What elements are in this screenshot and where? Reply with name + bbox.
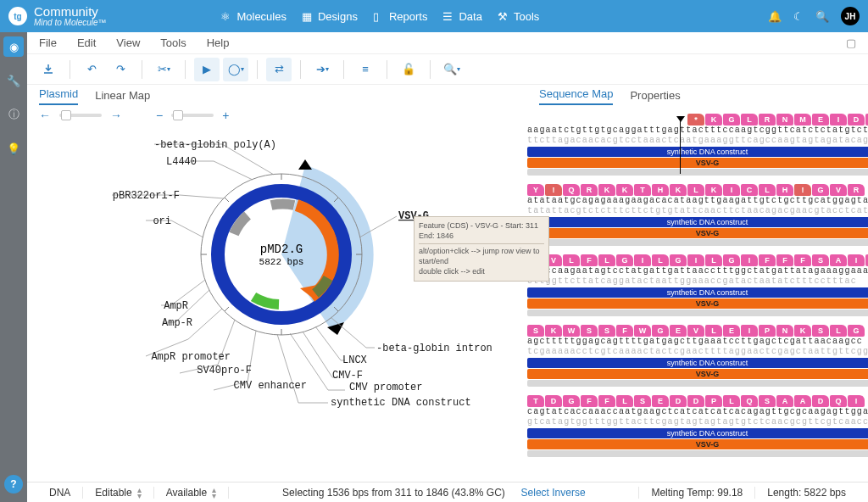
menu-file[interactable]: File bbox=[39, 36, 57, 49]
svg-line-25 bbox=[188, 309, 222, 339]
status-type: DNA bbox=[37, 487, 83, 499]
label-cmv-enh: CMV enhancer bbox=[234, 380, 307, 392]
unlock-button[interactable]: 🔓 bbox=[396, 58, 421, 81]
menu-edit[interactable]: Edit bbox=[77, 36, 96, 49]
rail-bulb-icon[interactable]: 💡 bbox=[3, 138, 24, 159]
svg-line-6 bbox=[225, 307, 229, 311]
sequence-block[interactable]: *KGLRNMEIDTaagaatctgttgtgcaggatttgagttac… bbox=[527, 114, 868, 176]
sequence-block[interactable]: SKWSSFWGEVLEIPNKSLGagctttttggagcagttttga… bbox=[527, 325, 868, 387]
nav-tools[interactable]: ⚒Tools bbox=[498, 10, 539, 23]
sequence-block[interactable]: TDGFFLSEDDPLQSAADQIcagtatcaccaaaccaatgaa… bbox=[527, 395, 868, 457]
menu-help[interactable]: Help bbox=[207, 36, 230, 49]
left-rail: ◉ 🔧 ⓘ 💡 ? bbox=[0, 32, 27, 502]
tab-properties[interactable]: Properties bbox=[630, 89, 680, 105]
moon-icon[interactable]: ☾ bbox=[793, 10, 804, 23]
align-button[interactable]: ≡ bbox=[353, 58, 378, 81]
feature-tooltip: Feature (CDS) - VSV-G - Start: 311 End: … bbox=[414, 216, 549, 282]
tab-sequence-map[interactable]: Sequence Map bbox=[539, 87, 613, 105]
top-bar: tg Community Mind to Molecule™ ⚛Molecule… bbox=[0, 0, 868, 32]
svg-marker-11 bbox=[298, 159, 312, 170]
toolbox-icon: ⚒ bbox=[498, 10, 509, 22]
menu-tools[interactable]: Tools bbox=[160, 36, 186, 49]
swap-button[interactable]: ⇄ bbox=[266, 58, 292, 81]
arrow-button[interactable]: ➔▾ bbox=[309, 58, 335, 81]
brand-subtitle: Mind to Molecule™ bbox=[34, 18, 107, 27]
sequence-block[interactable]: Y!QRKKTHKLKICLH!GVRatataatgcagagaaagaaga… bbox=[527, 184, 868, 246]
rail-wrench-icon[interactable]: 🔧 bbox=[3, 70, 24, 91]
plasmid-pane: Plasmid Linear Map ← → − + bbox=[27, 85, 527, 482]
plasmid-size: 5822 bps bbox=[259, 257, 304, 267]
status-available[interactable]: Available▴▾ bbox=[154, 487, 229, 499]
label-lncx: LNCX bbox=[342, 354, 367, 366]
nav-reports[interactable]: ▯Reports bbox=[373, 10, 428, 23]
label-ampr: AmpR bbox=[164, 300, 188, 312]
panel-toggle-icon[interactable]: ▢ bbox=[846, 36, 856, 49]
tooltip-head: Feature (CDS) - VSV-G - Start: 311 End: … bbox=[419, 221, 544, 244]
tag-button[interactable]: ▶ bbox=[194, 58, 220, 81]
nav-data[interactable]: ☰Data bbox=[442, 10, 481, 23]
rail-help-icon[interactable]: ? bbox=[4, 475, 23, 494]
svg-line-17 bbox=[180, 195, 224, 198]
bell-icon[interactable]: 🔔 bbox=[768, 10, 782, 23]
sequence-pane: Sequence Map Properties *KGLRNMEIDTaagaa… bbox=[527, 85, 868, 482]
brand-title: Community bbox=[34, 5, 107, 18]
nav-molecules[interactable]: ⚛Molecules bbox=[220, 10, 287, 23]
svg-line-35 bbox=[303, 332, 332, 377]
svg-line-15 bbox=[214, 161, 253, 180]
menu-view[interactable]: View bbox=[116, 36, 140, 49]
label-cmv-prom: CMV promoter bbox=[349, 382, 422, 393]
redo-button[interactable]: ↷ bbox=[108, 58, 133, 81]
nav-designs[interactable]: ▦Designs bbox=[302, 10, 358, 23]
rail-info-icon[interactable]: ⓘ bbox=[3, 104, 24, 125]
document-icon: ▯ bbox=[373, 10, 385, 22]
plasmid-title: pMD2.G bbox=[260, 243, 303, 256]
menubar: File Edit View Tools Help ▢ bbox=[27, 32, 868, 54]
rail-globe-icon[interactable]: ◉ bbox=[3, 36, 24, 57]
tooltip-line1: alt/option+click --> jump row view to st… bbox=[419, 247, 544, 266]
label-beta-intron: -beta-globin intron bbox=[376, 343, 492, 354]
editor-content: File Edit View Tools Help ▢ ↶ ↷ ✂▾ ▶ ◯▾ … bbox=[27, 32, 868, 482]
label-ampr-prom: AmpR promoter bbox=[151, 351, 231, 363]
grid-icon: ▦ bbox=[302, 10, 314, 22]
select-inverse-link[interactable]: Select Inverse bbox=[521, 487, 586, 499]
molecule-icon: ⚛ bbox=[220, 10, 232, 22]
download-button[interactable] bbox=[36, 58, 61, 81]
avatar[interactable]: JH bbox=[841, 7, 860, 25]
status-editable[interactable]: Editable▴▾ bbox=[83, 487, 153, 499]
sequence-block[interactable]: LVLFLGILGILGIFFFSAISgaaccaagaatagtcctatg… bbox=[527, 254, 868, 316]
circular-button[interactable]: ◯▾ bbox=[223, 58, 248, 81]
svg-line-19 bbox=[171, 220, 203, 237]
search-icon[interactable]: 🔍 bbox=[815, 10, 829, 23]
label-beta-polya: -beta-globin poly(A) bbox=[154, 139, 276, 151]
label-pbr: pBR322ori-F bbox=[113, 190, 180, 202]
label-ampr2: Amp-R bbox=[162, 317, 192, 329]
status-bar: DNA Editable▴▾ Available▴▾ Selecting 153… bbox=[27, 482, 868, 502]
status-melting: Melting Temp: 99.18 bbox=[639, 487, 755, 499]
toolbar: ↶ ↷ ✂▾ ▶ ◯▾ ⇄ ➔▾ ≡ 🔓 🔍▾ bbox=[27, 54, 868, 85]
logo-badge: tg bbox=[8, 7, 27, 25]
cut-button[interactable]: ✂▾ bbox=[151, 58, 176, 81]
label-cmv-f: CMV-F bbox=[332, 370, 363, 382]
undo-button[interactable]: ↶ bbox=[79, 58, 104, 81]
status-selection: Selecting 1536 bps from 311 to 1846 (43.… bbox=[229, 487, 639, 499]
status-length: Length: 5822 bps bbox=[755, 487, 858, 499]
label-l4440: L4440 bbox=[166, 156, 197, 168]
label-synth: synthetic DNA construct bbox=[331, 397, 471, 409]
svg-line-31 bbox=[277, 334, 298, 403]
database-icon: ☰ bbox=[442, 10, 454, 22]
svg-line-8 bbox=[225, 198, 229, 202]
label-ori: ori bbox=[153, 215, 171, 227]
find-button[interactable]: 🔍▾ bbox=[439, 58, 465, 81]
tooltip-line2: double click --> edit bbox=[419, 267, 544, 277]
label-sv40: SV40pro-F bbox=[197, 365, 252, 376]
